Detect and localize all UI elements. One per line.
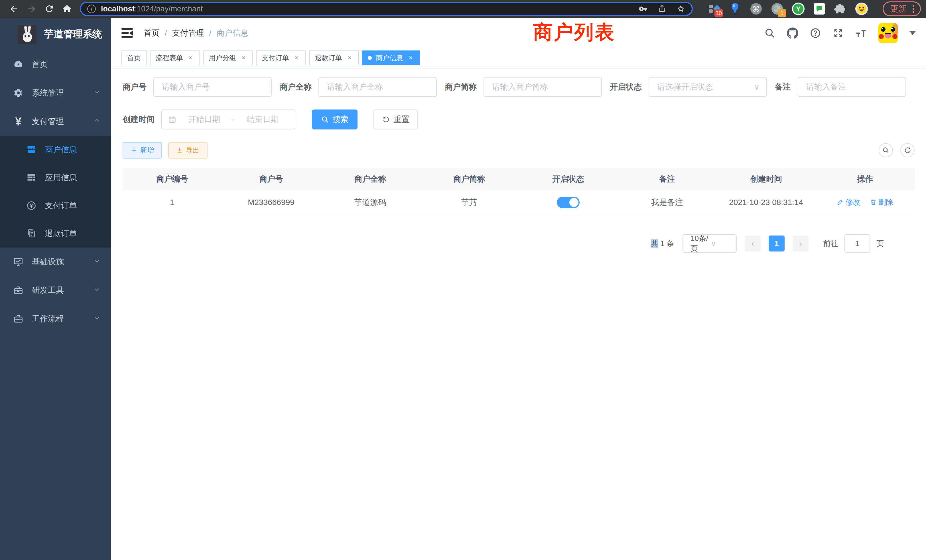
extension-y-icon[interactable]: Y bbox=[791, 2, 805, 16]
extension-camera-icon[interactable]: 1 bbox=[770, 2, 784, 16]
col-short-name: 商户简称 bbox=[420, 168, 519, 190]
extension-chat-icon[interactable] bbox=[813, 2, 826, 16]
browser-menu-icon[interactable] bbox=[912, 5, 914, 13]
address-bar[interactable]: i localhost:1024/pay/merchant bbox=[80, 2, 693, 16]
short-name-input[interactable] bbox=[484, 77, 602, 97]
close-icon[interactable]: × bbox=[240, 54, 247, 62]
url-text[interactable]: localhost:1024/pay/merchant bbox=[101, 5, 639, 14]
sidebar-item-app-info[interactable]: 应用信息 bbox=[0, 163, 111, 192]
sidebar-item-system[interactable]: 系统管理 bbox=[0, 79, 111, 107]
search-button[interactable]: 搜索 bbox=[312, 109, 357, 129]
col-create-time: 创建时间 bbox=[717, 168, 816, 190]
browser-reload-button[interactable] bbox=[41, 2, 58, 16]
goto-page-input[interactable] bbox=[844, 234, 870, 253]
sidebar-collapse-button[interactable] bbox=[121, 28, 133, 38]
main-area: 商户列表 首页 / 支付管理 / 商户信息 首页 流程表单× bbox=[111, 18, 926, 560]
sidebar-item-workflow[interactable]: 工作流程 bbox=[0, 304, 111, 333]
browser-update-button[interactable]: 更新 bbox=[883, 2, 921, 16]
filter-row-1: 商户号 商户全称 商户简称 开启状态 请选择开启状态 ∨ 备注 bbox=[123, 77, 915, 97]
search-icon bbox=[882, 147, 890, 154]
reset-button[interactable]: 重置 bbox=[374, 109, 418, 129]
tab-user-group[interactable]: 用户分组× bbox=[203, 50, 253, 65]
navbar-actions bbox=[764, 23, 916, 43]
help-icon[interactable] bbox=[809, 27, 821, 39]
extension-grid-icon[interactable]: 10 bbox=[707, 2, 721, 16]
breadcrumb-current: 商户信息 bbox=[217, 28, 249, 38]
github-icon[interactable] bbox=[787, 27, 798, 39]
sidebar-item-home[interactable]: 首页 bbox=[0, 50, 111, 79]
user-avatar[interactable] bbox=[878, 23, 898, 43]
update-label: 更新 bbox=[890, 3, 906, 14]
tab-process-form[interactable]: 流程表单× bbox=[150, 50, 200, 65]
extensions-puzzle-icon[interactable] bbox=[834, 2, 847, 16]
hide-search-button[interactable] bbox=[879, 143, 893, 157]
tab-merchant-info[interactable]: 商户信息× bbox=[362, 50, 420, 65]
next-page-button[interactable]: › bbox=[793, 236, 808, 251]
delete-link[interactable]: 删除 bbox=[870, 197, 893, 207]
add-button[interactable]: 新增 bbox=[123, 142, 162, 159]
merchant-no-input[interactable] bbox=[153, 77, 272, 97]
close-icon[interactable]: × bbox=[187, 54, 194, 62]
start-date-placeholder: 开始日期 bbox=[179, 114, 230, 125]
collapse-arrow-icon bbox=[129, 30, 133, 36]
edit-link[interactable]: 修改 bbox=[837, 197, 860, 207]
url-path: :1024/pay/merchant bbox=[135, 5, 203, 13]
tab-pay-order[interactable]: 支付订单× bbox=[256, 50, 306, 65]
sidebar-item-merchant-info[interactable]: 商户信息 bbox=[0, 136, 111, 163]
breadcrumb-home[interactable]: 首页 bbox=[144, 28, 160, 38]
breadcrumb-pay[interactable]: 支付管理 bbox=[172, 28, 204, 38]
browser-chrome: i localhost:1024/pay/merchant 10 ⌘ 1 Y bbox=[0, 0, 926, 18]
close-icon[interactable]: × bbox=[293, 54, 300, 62]
back-icon bbox=[9, 4, 19, 14]
search-icon[interactable] bbox=[764, 27, 775, 39]
profile-avatar[interactable] bbox=[855, 2, 869, 16]
merchant-table: 商户编号 商户号 商户全称 商户简称 开启状态 备注 创建时间 操作 1 M23… bbox=[123, 168, 915, 215]
sidebar-item-pay[interactable]: ¥ 支付管理 bbox=[0, 107, 111, 136]
close-icon[interactable]: × bbox=[346, 54, 353, 62]
export-button[interactable]: 导出 bbox=[168, 142, 207, 159]
status-toggle[interactable] bbox=[557, 197, 580, 208]
app-logo[interactable]: 芋道管理系统 bbox=[0, 18, 111, 50]
page-size-select[interactable]: 10条/页 ∨ bbox=[682, 234, 737, 253]
grid-icon bbox=[25, 173, 38, 183]
prev-page-button[interactable]: ‹ bbox=[745, 236, 761, 251]
sidebar-item-infra[interactable]: 基础设施 bbox=[0, 248, 111, 276]
chevron-down-icon: ∨ bbox=[754, 83, 760, 92]
bookmark-star-icon[interactable] bbox=[676, 4, 685, 14]
fullscreen-icon[interactable] bbox=[832, 27, 844, 39]
browser-back-button[interactable] bbox=[5, 2, 23, 16]
sidebar-item-refund-order[interactable]: 退款订单 bbox=[0, 219, 111, 248]
extension-icons: 10 ⌘ 1 Y 更新 bbox=[701, 2, 921, 16]
app-title: 芋道管理系统 bbox=[44, 28, 102, 41]
download-icon bbox=[176, 147, 183, 154]
sidebar: 芋道管理系统 首页 系统管理 ¥ 支付管理 商户信息 bbox=[0, 18, 111, 560]
tab-refund-order[interactable]: 退款订单× bbox=[309, 50, 359, 65]
avatar-caret-icon[interactable] bbox=[909, 31, 916, 35]
sidebar-item-pay-order[interactable]: 支付订单 bbox=[0, 192, 111, 219]
password-key-icon[interactable] bbox=[639, 4, 648, 14]
share-icon[interactable] bbox=[657, 4, 667, 14]
cell-status bbox=[519, 190, 617, 215]
full-name-input[interactable] bbox=[318, 77, 437, 97]
tab-home[interactable]: 首页 bbox=[121, 50, 147, 65]
browser-forward-button[interactable] bbox=[23, 2, 41, 16]
cell-short-name: 芋艿 bbox=[420, 190, 519, 215]
status-select[interactable]: 请选择开启状态 ∨ bbox=[649, 77, 767, 97]
browser-home-button[interactable] bbox=[58, 2, 76, 16]
date-separator: - bbox=[232, 115, 235, 124]
short-name-label: 商户简称 bbox=[445, 82, 477, 92]
sidebar-item-dev-tools[interactable]: 研发工具 bbox=[0, 276, 111, 304]
close-icon[interactable]: × bbox=[407, 54, 414, 62]
site-info-icon[interactable]: i bbox=[87, 5, 96, 13]
font-size-icon[interactable] bbox=[855, 27, 867, 39]
full-name-label: 商户全称 bbox=[280, 82, 312, 92]
current-page-button[interactable]: 1 bbox=[769, 236, 785, 251]
gear-icon bbox=[12, 88, 24, 98]
reload-icon bbox=[44, 4, 54, 14]
remark-input[interactable] bbox=[798, 77, 906, 97]
refresh-button[interactable] bbox=[900, 143, 915, 157]
svg-text:Y: Y bbox=[796, 5, 800, 13]
extension-pin-icon[interactable] bbox=[728, 2, 742, 16]
create-time-range-picker[interactable]: 开始日期 - 结束日期 bbox=[161, 109, 295, 129]
extension-command-icon[interactable]: ⌘ bbox=[749, 2, 763, 16]
